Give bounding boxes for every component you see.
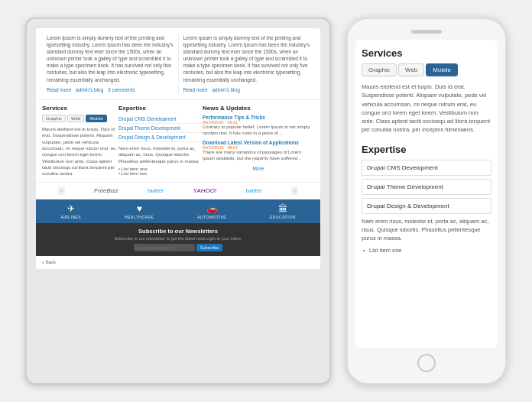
comments-link-1[interactable]: 3 comments: [108, 87, 135, 92]
services-body: Mauris eleifend est et turpis. Duis id e…: [42, 126, 118, 177]
nav-healthcare[interactable]: ♥ HEALTHCARE: [125, 203, 154, 219]
phone-services-title: Services: [362, 47, 491, 59]
tab-graphic[interactable]: Graphic: [42, 115, 66, 122]
phone-expertise-item-3[interactable]: Drupal Design & Development: [362, 198, 491, 214]
phone-tab-web[interactable]: Web: [398, 63, 424, 76]
newsletter-email-input[interactable]: [134, 244, 195, 251]
newsletter-title: Subscribe to our Newsletters: [44, 228, 313, 235]
articles-row: Lorem Ipsum is simply dummy text of the …: [36, 28, 320, 100]
logos-next-arrow[interactable]: ›: [291, 186, 298, 195]
phone-expertise-body: Nam enim risus, molestie et, porta ac, a…: [362, 217, 491, 243]
phone-list-item-1: List item one: [362, 247, 491, 254]
education-label: EDUCATION: [270, 215, 296, 219]
read-more-link-2[interactable]: Read more: [183, 87, 208, 92]
newsletter-form: Subscribe: [44, 244, 313, 251]
services-tabs: Graphic Web Mobile: [42, 115, 118, 122]
article-2-links: Read more admin's blog: [183, 86, 310, 93]
phone-screen: Services Graphic Web Mobile Mauris eleif…: [355, 40, 498, 348]
article-1-links: Read more admin's blog 3 comments: [47, 86, 174, 93]
logo-freebizz: FreeBizz: [94, 187, 118, 194]
expertise-title: Expertise: [118, 105, 203, 112]
news-item-1-title[interactable]: Performance Tips & Tricks: [203, 115, 314, 120]
logos-prev-arrow[interactable]: ‹: [58, 186, 65, 195]
article-2-text: Lorem Ipsum is simply dummy text of the …: [183, 34, 310, 83]
article-1: Lorem Ipsum is simply dummy text of the …: [42, 34, 179, 93]
back-chevron-icon: ‹: [42, 259, 44, 266]
expertise-item-3[interactable]: Drupal Design & Development: [118, 133, 203, 142]
logos-row: ‹ FreeBizz twitter YAHOO! twitter ›: [36, 182, 320, 199]
healthcare-icon: ♥: [137, 203, 142, 214]
tablet-content: Lorem Ipsum is simply dummy text of the …: [36, 28, 320, 269]
newsletter-subscribe-button[interactable]: Subscribe: [196, 244, 222, 251]
automotive-label: AUTOMOTIVE: [197, 215, 226, 219]
expertise-item-1[interactable]: Drupal CMS Development: [118, 115, 203, 124]
phone-tab-mobile[interactable]: Mobile: [426, 63, 458, 76]
nav-airlines[interactable]: ✈ AIRLINES: [60, 203, 81, 219]
airlines-label: AIRLINES: [60, 215, 81, 219]
expertise-list: • List item one • List item two: [118, 167, 203, 176]
tablet-screen: Lorem Ipsum is simply dummy text of the …: [36, 28, 320, 269]
logo-yahoo: YAHOO!: [193, 187, 217, 194]
news-title: News & Updates: [203, 105, 314, 112]
newsletter-subtitle: Subscribe to our newsletter to get the l…: [44, 236, 313, 241]
tab-mobile[interactable]: Mobile: [86, 115, 107, 122]
phone-expertise-item-2[interactable]: Drupal Theme Development: [362, 179, 491, 195]
news-column: News & Updates Performance Tips & Tricks…: [203, 105, 314, 177]
news-item-1: Performance Tips & Tricks 04/14/2015 - 0…: [203, 115, 314, 137]
phone-home-button[interactable]: [417, 354, 436, 372]
phone-device: Services Graphic Web Mobile Mauris eleif…: [346, 18, 507, 384]
bottom-nav: ✈ AIRLINES ♥ HEALTHCARE 🚗 AUTOMOTIVE 🏛 E…: [36, 199, 320, 223]
back-label: Back: [46, 260, 56, 264]
tablet-device: Lorem Ipsum is simply dummy text of the …: [25, 18, 331, 384]
services-title: Services: [42, 105, 118, 112]
phone-expertise-item-1[interactable]: Drupal CMS Development: [362, 160, 491, 176]
nav-automotive[interactable]: 🚗 AUTOMOTIVE: [197, 203, 226, 219]
phone-tab-graphic[interactable]: Graphic: [362, 63, 397, 76]
phone-services-tabs: Graphic Web Mobile: [362, 63, 491, 76]
nav-education[interactable]: 🏛 EDUCATION: [270, 203, 296, 219]
news-item-2: Download Latest Version of Applications …: [203, 140, 314, 162]
services-column: Services Graphic Web Mobile Mauris eleif…: [42, 105, 118, 177]
main-content: Services Graphic Web Mobile Mauris eleif…: [36, 100, 320, 182]
admin-blog-link-2[interactable]: admin's blog: [212, 87, 239, 92]
read-more-link-1[interactable]: Read more: [47, 87, 71, 92]
back-link[interactable]: ‹ Back: [36, 256, 320, 269]
expertise-body: Nam enim risus, molestie et, porta ac, a…: [118, 145, 203, 164]
tab-web[interactable]: Web: [67, 115, 84, 122]
news-item-2-text: There are many variations of passages of…: [203, 150, 314, 162]
airlines-icon: ✈: [67, 203, 75, 214]
article-2: Lorem Ipsum is simply dummy text of the …: [179, 34, 315, 93]
phone-expertise-title: Expertise: [362, 144, 491, 155]
expertise-column: Expertise Drupal CMS Development Drupal …: [118, 105, 203, 177]
expertise-item-2[interactable]: Drupal Theme Development: [118, 124, 203, 133]
healthcare-label: HEALTHCARE: [125, 215, 154, 219]
main-container: Lorem Ipsum is simply dummy text of the …: [10, 2, 522, 400]
article-1-text: Lorem Ipsum is simply dummy text of the …: [47, 34, 174, 83]
newsletter-section: Subscribe to our Newsletters Subscribe t…: [36, 223, 320, 256]
news-item-1-text: Contrary to popular belief, Lorem Ipsum …: [203, 125, 314, 137]
logo-twitter-2: twitter: [246, 187, 262, 194]
news-item-2-title[interactable]: Download Latest Version of Applications: [203, 140, 314, 145]
automotive-icon: 🚗: [206, 203, 218, 214]
education-icon: 🏛: [278, 203, 287, 214]
more-link[interactable]: More: [203, 166, 314, 171]
logo-twitter-1: twitter: [148, 187, 164, 194]
admin-blog-link-1[interactable]: admin's blog: [76, 87, 103, 92]
expertise-list-item-2: • List item two: [118, 171, 203, 176]
phone-speaker: [411, 30, 442, 34]
phone-services-body: Mauris eleifend est et turpis. Duis id e…: [362, 83, 491, 135]
